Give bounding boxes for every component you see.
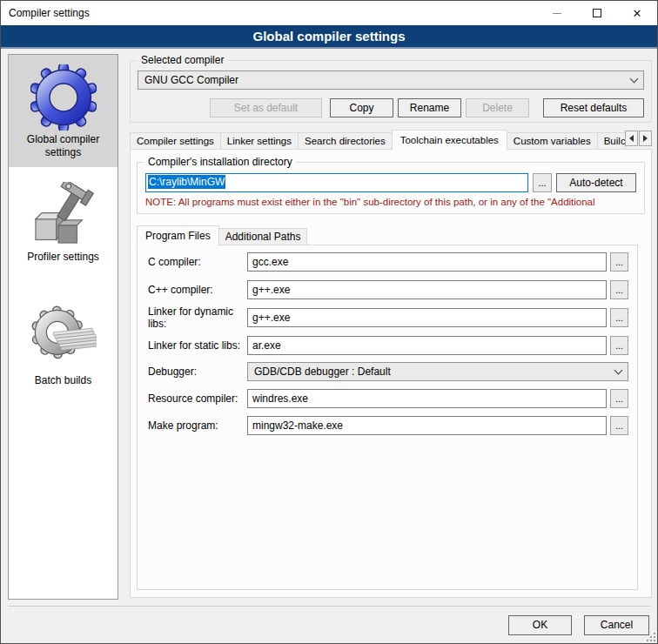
ok-button[interactable]: OK: [508, 615, 572, 635]
compiler-select-value: GNU GCC Compiler: [144, 74, 238, 86]
field-label: C compiler:: [148, 256, 247, 268]
compiler-select[interactable]: GNU GCC Compiler: [138, 70, 644, 90]
field-row: Debugger: GDB/CDB debugger : Default: [148, 362, 628, 381]
browse-button[interactable]: ...: [610, 336, 628, 355]
tab-program-files[interactable]: Program Files: [137, 225, 219, 246]
browse-button[interactable]: ...: [610, 416, 628, 435]
compiler-settings-dialog: Compiler settings ✕ Global compiler sett…: [0, 0, 658, 644]
group-title: Selected compiler: [138, 54, 227, 66]
field-value: mingw32-make.exe: [252, 419, 343, 432]
tab-custom-variables[interactable]: Custom variables: [507, 132, 598, 150]
browse-button[interactable]: ...: [610, 280, 628, 299]
settings-tabbar: Compiler settings Linker settings Search…: [130, 130, 652, 150]
field-label: C++ compiler:: [148, 284, 247, 296]
blue-gear-icon: [10, 62, 116, 133]
program-files-panel: C compiler: gcc.exe ... C++ compiler: g+…: [137, 245, 638, 590]
tab-search-directories[interactable]: Search directories: [298, 132, 393, 150]
field-row: Linker for dynamic libs: g++.exe ...: [148, 308, 628, 327]
static-linker-input[interactable]: ar.exe: [247, 336, 607, 355]
sidebar-item-label: Batch builds: [10, 374, 116, 387]
set-as-default-button[interactable]: Set as default: [210, 98, 322, 117]
page-title: Global compiler settings: [1, 25, 657, 49]
field-row: C compiler: gcc.exe ...: [148, 252, 628, 272]
window-controls: ✕: [537, 1, 657, 25]
field-value: g++.exe: [252, 312, 290, 324]
c-compiler-input[interactable]: gcc.exe: [247, 252, 607, 272]
sidebar-item-label: Profiler settings: [10, 251, 116, 264]
field-value: g++.exe: [252, 284, 290, 296]
cpp-compiler-input[interactable]: g++.exe: [247, 280, 607, 299]
field-label: Linker for dynamic libs:: [148, 305, 247, 330]
sidebar-item-global-compiler-settings[interactable]: Global compiler settings: [9, 55, 118, 167]
browse-directory-button[interactable]: ...: [533, 173, 552, 192]
field-row: C++ compiler: g++.exe ...: [148, 280, 628, 299]
group-title: Compiler's installation directory: [144, 156, 296, 168]
tab-build-options-clipped[interactable]: Builc: [597, 132, 626, 150]
field-label: Make program:: [148, 419, 247, 432]
browse-button[interactable]: ...: [610, 308, 628, 327]
settings-category-list: Global compiler settings: [8, 54, 118, 600]
close-icon: ✕: [633, 8, 642, 19]
field-value: ar.exe: [252, 339, 281, 352]
window-title: Compiler settings: [9, 7, 90, 19]
dynamic-linker-input[interactable]: g++.exe: [247, 308, 607, 327]
sidebar-item-label: Global compiler settings: [10, 133, 116, 159]
field-label: Linker for static libs:: [148, 339, 247, 352]
maximize-button[interactable]: [577, 1, 617, 25]
minimize-button[interactable]: [537, 1, 577, 25]
field-value: windres.exe: [252, 392, 308, 405]
debugger-select[interactable]: GDB/CDB debugger : Default: [247, 362, 628, 381]
sidebar-item-batch-builds[interactable]: Batch builds: [9, 296, 118, 395]
tab-additional-paths[interactable]: Additional Paths: [218, 228, 308, 245]
copy-button[interactable]: Copy: [330, 98, 393, 117]
chevron-down-icon: [630, 74, 639, 83]
sidebar-item-profiler-settings[interactable]: Profiler settings: [9, 172, 118, 272]
cancel-button[interactable]: Cancel: [584, 615, 649, 635]
tab-linker-settings[interactable]: Linker settings: [220, 132, 299, 150]
field-value: gcc.exe: [252, 256, 288, 268]
field-label: Resource compiler:: [148, 392, 247, 405]
caliper-icon: [10, 179, 116, 251]
auto-detect-button[interactable]: Auto-detect: [556, 173, 636, 192]
field-row: Resource compiler: windres.exe ...: [148, 389, 628, 408]
field-row: Make program: mingw32-make.exe ...: [148, 416, 628, 435]
arrow-left-icon: [629, 135, 634, 142]
program-files-tabbar: Program Files Additional Paths: [137, 225, 306, 245]
chevron-down-icon: [614, 366, 623, 374]
selected-compiler-group: Selected compiler GNU GCC Compiler Set a…: [130, 60, 652, 123]
browse-button[interactable]: ...: [610, 389, 628, 408]
field-label: Debugger:: [148, 366, 247, 378]
delete-button[interactable]: Delete: [466, 98, 529, 117]
bin-subdirectory-note: NOTE: All programs must exist either in …: [145, 197, 643, 207]
toolchain-executables-page: Compiler's installation directory C:\ray…: [130, 149, 652, 598]
field-row: Linker for static libs: ar.exe ...: [148, 336, 628, 355]
installation-directory-group: Compiler's installation directory C:\ray…: [137, 162, 645, 214]
tab-scroll-arrows: [625, 131, 652, 146]
tab-scroll-left-button[interactable]: [625, 131, 638, 146]
maximize-icon: [593, 9, 601, 17]
debugger-select-value: GDB/CDB debugger : Default: [254, 366, 391, 378]
gray-gear-stack-icon: [10, 303, 116, 374]
arrow-right-icon: [643, 135, 648, 142]
tab-toolchain-executables[interactable]: Toolchain executables: [392, 130, 507, 151]
rename-button[interactable]: Rename: [398, 98, 461, 117]
resource-compiler-input[interactable]: windres.exe: [247, 389, 607, 408]
browse-button[interactable]: ...: [610, 252, 628, 272]
selected-text: C:\raylib\MinGW: [148, 175, 225, 189]
tab-compiler-settings[interactable]: Compiler settings: [130, 132, 221, 150]
installation-directory-input[interactable]: C:\raylib\MinGW: [145, 173, 528, 192]
dialog-buttons: OK Cancel: [508, 615, 649, 635]
resize-grip[interactable]: [646, 632, 655, 641]
titlebar: Compiler settings ✕: [1, 1, 657, 25]
reset-defaults-button[interactable]: Reset defaults: [543, 98, 644, 117]
minimize-icon: [553, 13, 561, 14]
close-button[interactable]: ✕: [617, 1, 657, 25]
footer-divider: [8, 606, 650, 607]
compiler-actions: Set as default Copy Rename Delete Reset …: [138, 98, 644, 117]
tab-scroll-right-button[interactable]: [639, 131, 652, 146]
make-program-input[interactable]: mingw32-make.exe: [247, 416, 607, 435]
